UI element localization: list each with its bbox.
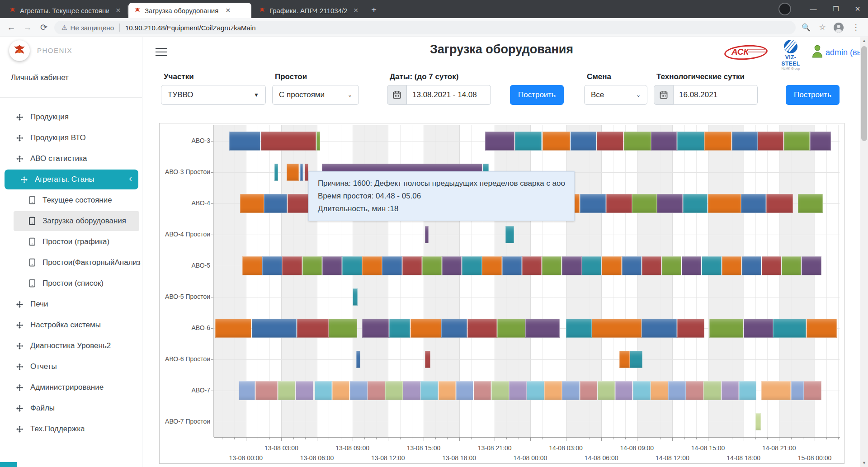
gantt-bar[interactable] — [215, 319, 252, 338]
gantt-bar[interactable] — [262, 256, 282, 275]
gantt-bar[interactable] — [297, 319, 329, 338]
tab-close-icon[interactable]: ✕ — [224, 6, 232, 14]
gantt-bar[interactable] — [761, 381, 791, 400]
gantt-bar[interactable] — [602, 256, 622, 275]
sidebar-item-sub-простои-список-[interactable]: Простои (список) — [0, 274, 142, 293]
sidebar-item-печи[interactable]: Печи — [0, 294, 142, 314]
gantt-bar[interactable] — [425, 226, 429, 243]
gantt-bar[interactable] — [632, 194, 656, 213]
gantt-bar[interactable] — [571, 132, 596, 151]
gantt-bar[interactable] — [633, 381, 651, 400]
gantt-bar[interactable] — [766, 194, 793, 213]
gantt-bar[interactable] — [422, 256, 442, 275]
gantt-bar[interactable] — [642, 256, 661, 275]
gantt-bar[interactable] — [342, 256, 362, 275]
sidebar-item-sub-простои-графика-[interactable]: Простои (графика) — [0, 232, 142, 252]
sidebar-item-агрегаты-станы[interactable]: Агрегаты. Станы‹ — [5, 170, 138, 189]
gantt-bar[interactable] — [677, 132, 704, 151]
gantt-bar[interactable] — [525, 319, 559, 338]
gantt-bar[interactable] — [282, 256, 302, 275]
gantt-bar[interactable] — [619, 351, 630, 368]
gantt-bar[interactable] — [239, 381, 255, 400]
gantt-bar[interactable] — [350, 381, 368, 400]
gantt-bar[interactable] — [522, 256, 542, 275]
scroll-down-icon[interactable]: ▼ — [860, 459, 868, 467]
window-minimize-button[interactable]: — — [803, 0, 824, 18]
sidebar-item-настройка-системы[interactable]: Настройка системы — [0, 315, 142, 335]
gantt-bar[interactable] — [467, 319, 497, 338]
gantt-bar[interactable] — [703, 381, 721, 400]
gantt-bar[interactable] — [544, 381, 562, 400]
gantt-bar[interactable] — [474, 381, 491, 400]
gantt-bar[interactable] — [491, 381, 509, 400]
gantt-bar[interactable] — [702, 256, 722, 275]
gantt-bar[interactable] — [744, 319, 773, 338]
gantt-bar[interactable] — [505, 226, 514, 243]
gantt-bar[interactable] — [615, 381, 633, 400]
gantt-bar[interactable] — [773, 319, 806, 338]
gantt-bar[interactable] — [580, 194, 606, 213]
gantt-bar[interactable] — [722, 256, 741, 275]
gantt-bar[interactable] — [240, 194, 264, 213]
forward-icon[interactable]: → — [21, 21, 34, 34]
zoom-page-icon[interactable]: 🔍 — [799, 21, 813, 34]
prostoi-select[interactable]: С простоями⌄ — [272, 85, 359, 105]
smena-select[interactable]: Все⌄ — [584, 85, 647, 105]
gantt-bar[interactable] — [622, 256, 642, 275]
browser-tab[interactable]: Агрегаты. Текущее состояние✕ — [4, 3, 127, 18]
gantt-bar[interactable] — [657, 194, 683, 213]
gantt-bar[interactable] — [606, 194, 632, 213]
browser-tab[interactable]: Графики. АПР4 211034/2 [22622✕ — [253, 3, 363, 18]
gantt-bar[interactable] — [274, 164, 278, 181]
window-close-button[interactable]: ✕ — [847, 0, 868, 18]
sidebar-item-sub-загрузка-оборудования[interactable]: Загрузка оборудования — [14, 211, 139, 231]
gantt-bar[interactable] — [305, 164, 309, 181]
sidebar-item-тех-поддержка[interactable]: Тех.Поддержка — [0, 419, 142, 439]
gantt-bar[interactable] — [497, 319, 525, 338]
gantt-bar[interactable] — [242, 256, 262, 275]
gantt-bar[interactable] — [562, 381, 580, 400]
gantt-bar[interactable] — [662, 256, 682, 275]
gantt-bar[interactable] — [686, 381, 703, 400]
gantt-bar[interactable] — [708, 194, 741, 213]
gantt-bar[interactable] — [329, 319, 357, 338]
account-label[interactable]: Личный кабинет — [11, 73, 69, 82]
gantt-bar[interactable] — [566, 319, 592, 338]
gantt-bar[interactable] — [804, 381, 821, 400]
new-tab-button[interactable]: + — [368, 5, 380, 16]
sidebar-item-sub-текущее-состояние[interactable]: Текущее состояние — [0, 190, 142, 210]
gantt-bar[interactable] — [425, 351, 431, 368]
refresh-icon[interactable]: ⟳ — [37, 21, 51, 34]
gantt-bar[interactable] — [582, 256, 601, 275]
gantt-bar[interactable] — [722, 381, 739, 400]
gantt-bar[interactable] — [442, 256, 462, 275]
gantt-bar[interactable] — [683, 194, 708, 213]
gantt-bar[interactable] — [441, 319, 467, 338]
gantt-bar[interactable] — [791, 381, 804, 400]
gantt-bar[interactable] — [385, 381, 403, 400]
gantt-bar[interactable] — [322, 256, 342, 275]
gantt-bar[interactable] — [462, 256, 482, 275]
gantt-bar[interactable] — [353, 288, 358, 306]
page-scrollbar[interactable]: ▲ ▼ — [860, 37, 868, 467]
gantt-bar[interactable] — [509, 381, 527, 400]
gantt-bar[interactable] — [368, 381, 385, 400]
scroll-up-icon[interactable]: ▲ — [860, 37, 868, 45]
gantt-bar[interactable] — [642, 319, 677, 338]
gantt-bar[interactable] — [296, 381, 313, 400]
gantt-bar[interactable] — [704, 132, 731, 151]
gantt-bar[interactable] — [485, 132, 514, 151]
gantt-bar[interactable] — [456, 381, 474, 400]
browser-avatar-icon[interactable] — [832, 21, 845, 34]
gantt-bar[interactable] — [668, 381, 686, 400]
back-icon[interactable]: ← — [5, 21, 18, 34]
gantt-bar[interactable] — [300, 164, 303, 181]
gantt-bar[interactable] — [762, 256, 782, 275]
sidebar-item-файлы[interactable]: Файлы — [0, 398, 142, 418]
gantt-bar[interactable] — [682, 256, 701, 275]
gantt-bar[interactable] — [802, 256, 821, 275]
gantt-bar[interactable] — [332, 381, 350, 400]
gantt-bar[interactable] — [515, 132, 542, 151]
gantt-bar[interactable] — [624, 132, 651, 151]
gantt-bar[interactable] — [439, 381, 456, 400]
